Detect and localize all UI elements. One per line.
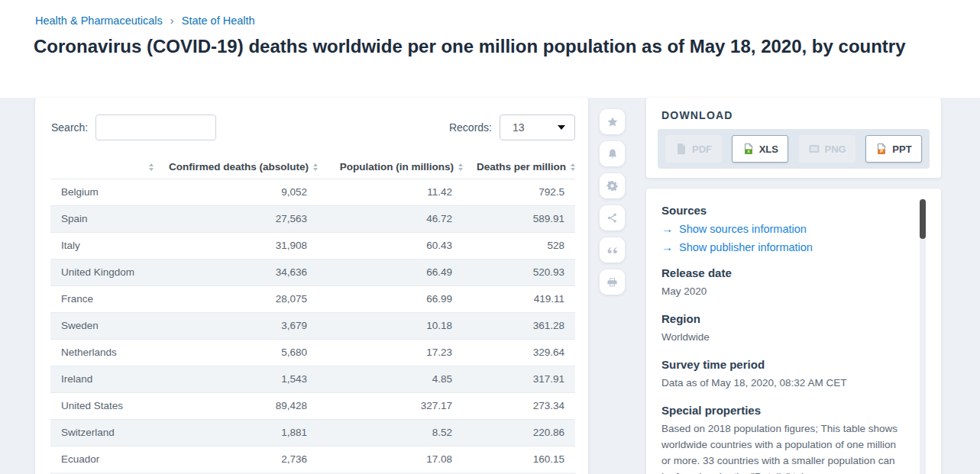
favorite-button[interactable] xyxy=(600,109,625,134)
download-ppt-button[interactable]: P PPT xyxy=(865,135,922,163)
search-input[interactable] xyxy=(95,114,216,140)
ppt-file-icon: P xyxy=(875,143,888,155)
print-button[interactable] xyxy=(600,269,625,295)
country-cell: United Kingdom xyxy=(50,259,154,285)
sort-icon[interactable] xyxy=(571,163,575,171)
country-cell: Ireland xyxy=(50,366,154,392)
share-button[interactable] xyxy=(600,205,625,231)
column-header-confirmed-deaths[interactable]: Confirmed deaths (absolute) xyxy=(154,156,318,179)
confirmed-deaths-cell: 34,636 xyxy=(154,259,318,285)
population-cell: 46.72 xyxy=(318,205,463,232)
deaths-per-million-cell: 273.34 xyxy=(463,392,575,419)
sort-icon[interactable] xyxy=(313,163,318,171)
deaths-per-million-cell: 160.15 xyxy=(463,446,575,472)
population-cell: 66.49 xyxy=(318,259,463,285)
share-icon xyxy=(606,212,618,224)
population-cell: 8.52 xyxy=(318,419,463,446)
deaths-per-million-cell: 520.93 xyxy=(463,259,575,285)
survey-period-value: Data as of May 18, 2020, 08:32 AM CET xyxy=(661,375,906,391)
sources-block: Sources → Show sources information → Sho… xyxy=(661,204,906,253)
sort-icon[interactable] xyxy=(149,163,154,171)
download-png-button: PNG xyxy=(799,135,855,163)
scrollbar-track[interactable] xyxy=(920,198,926,474)
table-row: Netherlands 5,680 17.23 329.64 xyxy=(50,339,575,366)
region-value: Worldwide xyxy=(661,329,906,345)
scrollbar-thumb[interactable] xyxy=(920,199,926,239)
column-header-deaths-per-million[interactable]: Deaths per million xyxy=(463,156,575,179)
settings-button[interactable] xyxy=(600,173,625,198)
arrow-right-icon: → xyxy=(661,240,673,253)
column-header-population[interactable]: Population (in millions) xyxy=(318,156,463,179)
population-cell: 17.23 xyxy=(318,339,463,366)
records-select[interactable]: 13 xyxy=(500,114,575,140)
cite-button[interactable] xyxy=(600,237,625,263)
svg-text:P: P xyxy=(880,149,883,153)
confirmed-deaths-cell: 28,075 xyxy=(154,285,318,312)
alert-button[interactable] xyxy=(600,141,625,166)
country-cell: Netherlands xyxy=(50,339,154,366)
bell-icon xyxy=(606,148,619,160)
release-date-block: Release date May 2020 xyxy=(661,266,906,299)
deaths-per-million-cell: 528 xyxy=(463,232,575,259)
deaths-per-million-cell: 317.91 xyxy=(463,366,575,392)
region-heading: Region xyxy=(661,312,906,325)
deaths-per-million-cell: 792.5 xyxy=(463,179,575,205)
confirmed-deaths-cell: 5,680 xyxy=(154,339,318,366)
confirmed-deaths-cell: 89,428 xyxy=(154,392,318,419)
download-buttons: PDF x XLS PNG P PPT xyxy=(658,129,930,169)
special-properties-block: Special properties Based on 2018 populat… xyxy=(661,404,906,474)
sort-icon[interactable] xyxy=(458,163,463,171)
confirmed-deaths-cell: 27,563 xyxy=(154,205,318,232)
download-button-label: PDF xyxy=(692,143,712,155)
breadcrumb-link-state-of-health[interactable]: State of Health xyxy=(182,15,255,27)
population-cell: 60.43 xyxy=(318,232,463,259)
records-selected-value: 13 xyxy=(513,121,558,134)
population-cell: 327.17 xyxy=(318,392,463,419)
column-header-country[interactable] xyxy=(50,156,154,179)
confirmed-deaths-cell: 1,881 xyxy=(154,419,318,446)
confirmed-deaths-cell: 31,908 xyxy=(154,232,318,259)
deaths-per-million-cell: 329.64 xyxy=(463,339,575,366)
country-cell: Belgium xyxy=(50,179,154,205)
country-cell: France xyxy=(50,285,154,312)
details-panel: Sources → Show sources information → Sho… xyxy=(646,189,941,474)
country-cell: Ecuador xyxy=(50,446,154,472)
column-label: Confirmed deaths (absolute) xyxy=(169,161,309,173)
column-label: Population (in millions) xyxy=(340,161,454,173)
png-file-icon xyxy=(808,143,820,155)
breadcrumb-link-health-pharmaceuticals[interactable]: Health & Pharmaceuticals xyxy=(35,15,163,27)
population-cell: 66.99 xyxy=(318,285,463,312)
download-xls-button[interactable]: x XLS xyxy=(732,135,788,163)
survey-period-heading: Survey time period xyxy=(661,358,906,371)
column-label: Deaths per million xyxy=(477,161,566,173)
table-row: France 28,075 66.99 419.11 xyxy=(50,285,575,312)
table-row: Ireland 1,543 4.85 317.91 xyxy=(50,366,575,392)
population-cell: 10.18 xyxy=(318,312,463,339)
table-controls: Search: Records: 13 xyxy=(35,98,588,140)
download-button-label: PNG xyxy=(825,143,846,155)
population-cell: 4.85 xyxy=(318,366,463,392)
show-publisher-link[interactable]: → Show publisher information xyxy=(661,240,906,253)
country-cell: United States xyxy=(50,392,154,419)
country-cell: Switzerland xyxy=(50,419,154,446)
confirmed-deaths-cell: 2,736 xyxy=(154,446,318,472)
download-pdf-button: PDF xyxy=(665,135,722,163)
table-row: Sweden 3,679 10.18 361.28 xyxy=(50,312,575,339)
table-row: United Kingdom 34,636 66.49 520.93 xyxy=(50,259,575,285)
table-body: Belgium 9,052 11.42 792.5 Spain 27,563 4… xyxy=(50,179,575,472)
table-row: Belgium 9,052 11.42 792.5 xyxy=(50,179,575,205)
data-table-panel: Search: Records: 13 Confirmed deaths (ab… xyxy=(35,98,588,474)
star-icon xyxy=(606,116,619,128)
download-button-label: PPT xyxy=(892,143,911,155)
search-label: Search: xyxy=(51,121,88,134)
link-label: Show publisher information xyxy=(679,241,813,253)
deaths-per-million-cell: 589.91 xyxy=(463,205,575,232)
print-icon xyxy=(606,276,618,288)
page-title: Coronavirus (COVID-19) deaths worldwide … xyxy=(34,32,927,60)
action-rail xyxy=(600,109,625,295)
show-sources-link[interactable]: → Show sources information xyxy=(661,222,906,235)
xls-file-icon: x xyxy=(742,143,755,155)
special-properties-value: Based on 2018 population figures; This t… xyxy=(661,421,906,474)
country-deaths-table: Confirmed deaths (absolute) Population (… xyxy=(50,156,575,472)
download-button-label: XLS xyxy=(759,143,778,155)
